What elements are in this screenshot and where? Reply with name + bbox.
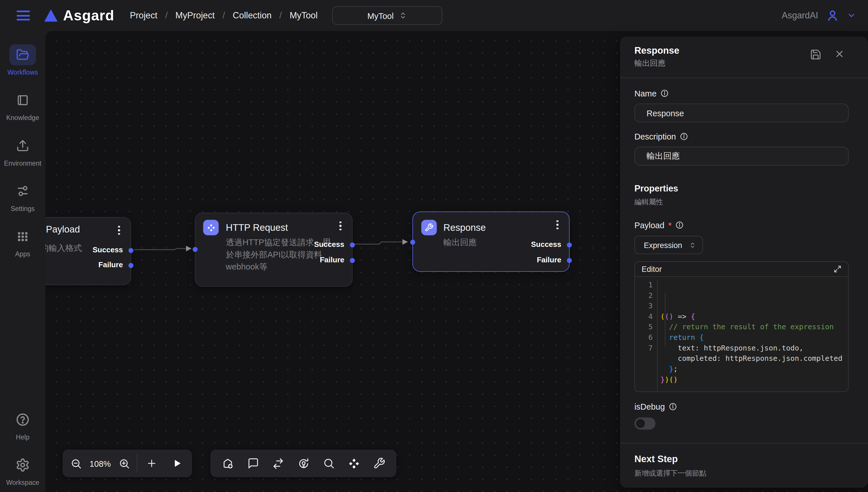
breadcrumb-myproject[interactable]: MyProject xyxy=(175,10,215,21)
canvas-actions-toolbar xyxy=(210,449,396,477)
expand-icon[interactable] xyxy=(834,265,841,273)
node-response[interactable]: Response 輸出回應 Success Failure xyxy=(413,212,570,272)
next-step-title: Next Step xyxy=(634,454,848,465)
port-success-handle[interactable] xyxy=(567,242,572,247)
port-success-label: Success xyxy=(314,240,344,249)
node-http-request[interactable]: HTTP Request 透過HTTP協定發送請求，用於串接外部API以取得資料… xyxy=(195,213,353,287)
node-title: HTTP Request xyxy=(226,222,288,233)
breadcrumb-collection[interactable]: Collection xyxy=(233,10,272,21)
zoom-level-label[interactable]: 108% xyxy=(89,459,112,468)
user-avatar-icon[interactable] xyxy=(826,9,839,22)
workflow-nodes-icon[interactable] xyxy=(348,457,361,470)
sidebar-item-workspace[interactable]: Workspace xyxy=(3,454,43,487)
sidebar: Workflows Knowledge Environment Settings… xyxy=(0,31,45,492)
code-line: return { xyxy=(661,332,848,343)
code-line: })() xyxy=(661,374,848,385)
node-menu-icon[interactable] xyxy=(336,221,346,231)
info-icon[interactable] xyxy=(669,402,677,411)
port-success-label: Success xyxy=(93,246,123,254)
navbar-right: AsgardAI xyxy=(782,9,856,22)
port-failure-label: Failure xyxy=(537,256,561,264)
node-properties-panel: Response 輸出回應 Name Response D xyxy=(620,36,868,488)
panel-body: Name Response Description 輸出回應 Propertie… xyxy=(620,89,868,430)
isdebug-toggle[interactable] xyxy=(634,417,655,429)
sidebar-item-workflows[interactable]: Workflows xyxy=(3,44,43,76)
panel-subtitle: 輸出回應 xyxy=(634,58,665,69)
add-icon[interactable] xyxy=(146,458,157,469)
input-handle[interactable] xyxy=(193,247,197,252)
auto-layout-icon[interactable] xyxy=(297,457,310,470)
info-icon[interactable] xyxy=(675,221,684,229)
properties-section-title: Properties xyxy=(634,184,848,194)
properties-section-subtitle: 編輯屬性 xyxy=(634,197,848,207)
chevrons-up-down-icon xyxy=(689,242,696,248)
port-success-label: Success xyxy=(531,240,562,249)
editor-line-numbers: 1234567 xyxy=(635,279,657,392)
swap-arrows-icon[interactable] xyxy=(272,457,284,470)
tool-select-dropdown[interactable]: MyTool xyxy=(332,6,442,25)
zoom-out-icon[interactable] xyxy=(70,458,82,469)
sidebar-item-environment[interactable]: Environment xyxy=(3,135,43,167)
editor-title: Editor xyxy=(642,265,662,274)
node-menu-icon[interactable] xyxy=(114,225,124,236)
port-failure-handle[interactable] xyxy=(567,258,572,263)
breadcrumb-separator: / xyxy=(165,10,168,21)
add-node-icon[interactable] xyxy=(221,457,234,470)
close-icon[interactable] xyxy=(834,49,845,59)
chevron-down-icon[interactable] xyxy=(847,11,856,20)
expression-editor[interactable]: Editor 1234567 (() => { // return the re… xyxy=(634,261,848,392)
port-failure-handle[interactable] xyxy=(350,258,355,263)
port-success-handle[interactable] xyxy=(128,248,133,253)
wrench-icon[interactable] xyxy=(373,457,386,469)
port-failure-label: Failure xyxy=(320,256,344,264)
brand-title: Asgard xyxy=(63,7,115,24)
zoom-in-icon[interactable] xyxy=(119,458,130,469)
panel-header: Response 輸出回應 xyxy=(620,36,868,77)
navbar: Asgard Project / MyProject / Collection … xyxy=(0,0,868,31)
folder-open-icon xyxy=(16,48,29,62)
code-line: (() => { xyxy=(661,311,848,322)
payload-type-select[interactable]: Expression xyxy=(634,236,703,254)
breadcrumb-mytool[interactable]: MyTool xyxy=(290,10,318,21)
workspace-name-label: AsgardAI xyxy=(782,10,818,21)
breadcrumb-separator: / xyxy=(279,10,282,21)
hamburger-menu-icon[interactable] xyxy=(17,10,30,21)
name-input[interactable]: Response xyxy=(634,104,848,123)
save-icon[interactable] xyxy=(810,49,821,60)
sidebar-item-knowledge[interactable]: Knowledge xyxy=(3,90,43,122)
editor-code[interactable]: (() => { // return the result of the exp… xyxy=(657,279,848,392)
gear-icon xyxy=(16,458,30,472)
input-handle[interactable] xyxy=(410,240,415,245)
comment-icon[interactable] xyxy=(247,457,259,469)
info-icon[interactable] xyxy=(661,89,669,97)
sidebar-item-help[interactable]: Help xyxy=(3,409,43,441)
search-icon[interactable] xyxy=(323,457,335,469)
book-icon xyxy=(16,94,29,107)
sidebar-label: Knowledge xyxy=(6,114,39,122)
port-success-handle[interactable] xyxy=(350,242,355,247)
port-failure-handle[interactable] xyxy=(128,263,133,268)
run-play-icon[interactable] xyxy=(172,458,183,469)
asgard-logo-icon xyxy=(44,9,57,22)
sliders-icon xyxy=(16,184,29,197)
port-failure-label: Failure xyxy=(98,261,123,269)
breadcrumb-project[interactable]: Project xyxy=(130,10,157,21)
node-title: Payload xyxy=(46,224,80,236)
sidebar-item-settings[interactable]: Settings xyxy=(3,180,43,213)
panel-title: Response xyxy=(634,45,679,56)
chevrons-up-down-icon xyxy=(399,11,407,19)
payload-field-label: Payload * xyxy=(634,220,848,230)
grid-dots-icon xyxy=(16,230,29,243)
info-icon[interactable] xyxy=(680,132,688,141)
description-input[interactable]: 輸出回應 xyxy=(634,147,848,166)
node-payload[interactable]: Payload 的輸入格式 Success Failure xyxy=(45,217,131,285)
http-request-node-icon xyxy=(203,220,219,236)
code-line: completed: httpResponse.json.completed xyxy=(661,353,848,364)
sidebar-item-apps[interactable]: Apps xyxy=(3,226,43,258)
upload-icon xyxy=(16,139,29,152)
editor-body[interactable]: 1234567 (() => { // return the result of… xyxy=(635,276,848,392)
next-step-subtitle: 新增或選擇下一個節點 xyxy=(634,468,848,478)
node-menu-icon[interactable] xyxy=(552,220,563,230)
panel-divider xyxy=(620,77,868,78)
breadcrumb-separator: / xyxy=(222,10,225,21)
